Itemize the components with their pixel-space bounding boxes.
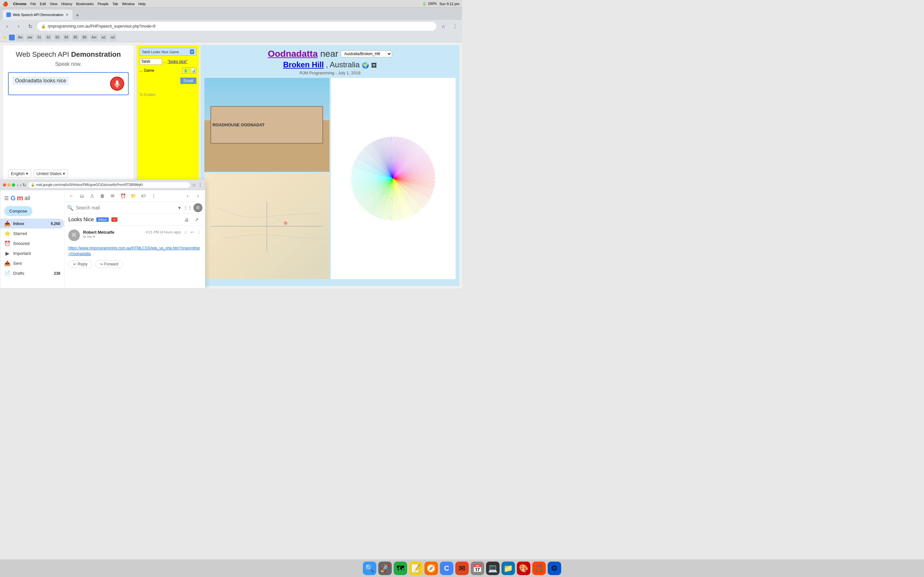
search-mail-input[interactable] [76, 205, 178, 210]
gmail-forward-button[interactable]: › [20, 182, 21, 187]
more-email-button[interactable]: ⋮ [197, 229, 201, 235]
email-body-link[interactable]: https://www.rjmprogramming.com.au/HTMLCS… [68, 246, 200, 256]
game-icon-water[interactable]: 💧 [182, 67, 189, 74]
browser-menu-button[interactable]: ⋮ [451, 22, 459, 31]
starred-icon: ⭐ [4, 230, 11, 237]
photo-icon: 🖼 [371, 62, 377, 69]
bookmark-star-button[interactable]: ☆ [439, 22, 448, 31]
game-search-input[interactable] [140, 58, 162, 65]
reply-quick-button[interactable]: ↩ [190, 229, 194, 235]
bookmark-item[interactable]: Am [90, 34, 99, 41]
email-button[interactable]: Email [180, 77, 196, 84]
address-bar[interactable]: 🔒 rjmprogramming.com.au/PHP/speech_super… [37, 22, 436, 31]
bookmark-item[interactable]: Aw [16, 34, 24, 41]
tab-title: Web Speech API Demonstration [13, 13, 63, 17]
user-avatar[interactable]: R [194, 203, 202, 212]
tab-close-button[interactable]: ✕ [65, 13, 69, 17]
close-dot[interactable] [3, 183, 6, 187]
expand-to-icon[interactable]: ▾ [93, 235, 95, 239]
move-button[interactable]: 📁 [129, 191, 137, 200]
forward-button[interactable]: ↪ Forward [95, 260, 123, 268]
compose-button[interactable]: Compose [4, 206, 32, 216]
reply-button[interactable]: ↩ Reply [68, 260, 92, 268]
close-label-badge[interactable]: × [111, 218, 117, 222]
menu-people[interactable]: People [97, 2, 108, 6]
prev-email-button[interactable]: ‹ [183, 191, 192, 200]
bookmark-item[interactable]: w2 [109, 34, 117, 41]
snooze-button[interactable]: ⏰ [118, 191, 128, 200]
search-filter-icon[interactable]: ▾ [178, 205, 181, 210]
game-icon-table[interactable]: 📊 [190, 67, 196, 74]
country-dropdown-icon: ▾ [63, 171, 65, 176]
game-icons: 💧 📊 [182, 67, 196, 74]
bookmark-item[interactable]: B4 [63, 34, 70, 41]
bookmark-item[interactable] [9, 35, 15, 40]
menu-bookmarks[interactable]: Bookmarks [76, 2, 94, 6]
lock-icon: 🔒 [41, 24, 46, 29]
mark-unread-button[interactable]: ✉ [108, 191, 117, 200]
language-select[interactable]: English ▾ [8, 169, 31, 177]
gmail-main: ← 🗂 ⚠ 🗑 ✉ ⏰ 📁 🏷 ⋮ ‹ › 🔍 ▾ ⋮ [65, 190, 205, 288]
menu-file[interactable]: File [31, 2, 36, 6]
gmail-more-icon[interactable]: ⋮ [198, 182, 202, 187]
inbox-label-badge[interactable]: Inbox [96, 218, 109, 222]
gmail-back-toolbar-button[interactable]: ← [67, 191, 76, 200]
menu-chrome[interactable]: Chrome [13, 2, 27, 6]
gmail-back-button[interactable]: ‹ [17, 182, 19, 187]
sidebar-item-snoozed[interactable]: ⏰ Snoozed [0, 239, 64, 248]
menu-window[interactable]: Window [122, 2, 134, 6]
snoozed-label: Snoozed [13, 241, 29, 246]
bookmark-item[interactable]: w1 [100, 34, 108, 41]
forward-button[interactable]: › [14, 22, 23, 31]
print-button[interactable]: 🖨 [182, 215, 191, 224]
hamburger-icon[interactable]: ☰ [4, 195, 9, 201]
minimize-dot[interactable] [7, 183, 11, 187]
ood-images-grid: ROADHOUSE OODNADAT [204, 78, 456, 279]
tab-bar: Web Speech API Demonstration ✕ + [0, 8, 462, 20]
bookmark-item[interactable]: S2 [44, 34, 52, 41]
report-button[interactable]: ⚠ [87, 191, 97, 200]
bookmark-item[interactable]: B6 [81, 34, 88, 41]
email-toolbar-right: 🖨 ↗ [182, 215, 201, 224]
back-button[interactable]: ‹ [3, 22, 11, 31]
apple-menu[interactable]: 🍎 [3, 1, 8, 6]
sidebar-item-starred[interactable]: ⭐ Starred [0, 229, 64, 239]
apps-grid-button[interactable]: ⋮⋮ [183, 203, 192, 212]
sidebar-item-inbox[interactable]: 📥 Inbox 9,260 [0, 219, 64, 229]
bookmark-item[interactable]: B5 [71, 34, 79, 41]
label-button[interactable]: 🏷 [139, 191, 148, 200]
menu-view[interactable]: View [50, 2, 57, 6]
bookmark-item[interactable]: B3 [53, 34, 61, 41]
gmail-reload-button[interactable]: ↻ [23, 182, 26, 187]
speech-title: Web Speech API Demonstration [8, 50, 129, 59]
menu-tab[interactable]: Tab [112, 2, 118, 6]
reload-button[interactable]: ↻ [26, 22, 35, 31]
menu-help[interactable]: Help [138, 2, 145, 6]
sidebar-item-sent[interactable]: 📤 Sent [0, 258, 64, 268]
sidebar-item-important[interactable]: ▶ Important [0, 248, 64, 258]
maximize-dot[interactable] [12, 183, 15, 187]
looks-nice-link[interactable]: "looks nice" [168, 59, 187, 64]
game-text: ... Game [140, 68, 154, 73]
microphone-button[interactable] [110, 77, 124, 91]
timezone-select[interactable]: Australia/Broken_Hill [341, 50, 392, 57]
menu-edit[interactable]: Edit [40, 2, 46, 6]
open-new-window-button[interactable]: ↗ [192, 215, 201, 224]
menu-history[interactable]: History [61, 2, 72, 6]
game-dropdown[interactable]: ▾ [190, 49, 194, 54]
delete-button[interactable]: 🗑 [98, 191, 107, 200]
star-email-button[interactable]: ☆ [184, 229, 188, 235]
more-button[interactable]: ⋮ [149, 191, 158, 200]
new-tab-button[interactable]: + [73, 11, 82, 20]
gmail-address-bar[interactable]: 🔒 mail.google.com/mail/u/0/#inbox/FMfcgx… [28, 182, 190, 188]
sidebar-item-drafts[interactable]: 📄 Drafts 238 [0, 268, 64, 278]
next-email-button[interactable]: › [194, 191, 202, 200]
bookmark-item[interactable]: ww [26, 34, 34, 41]
gmail-star-icon[interactable]: ☆ [192, 182, 196, 187]
bookmark-item[interactable]: S1 [35, 34, 43, 41]
country-select[interactable]: United States ▾ [34, 169, 68, 177]
broken-hill-link[interactable]: Broken Hill [283, 60, 324, 69]
active-tab[interactable]: Web Speech API Demonstration ✕ [3, 10, 73, 20]
speech-input-area[interactable]: Oodnadatta looks nice [8, 72, 129, 95]
archive-button[interactable]: 🗂 [78, 191, 86, 200]
